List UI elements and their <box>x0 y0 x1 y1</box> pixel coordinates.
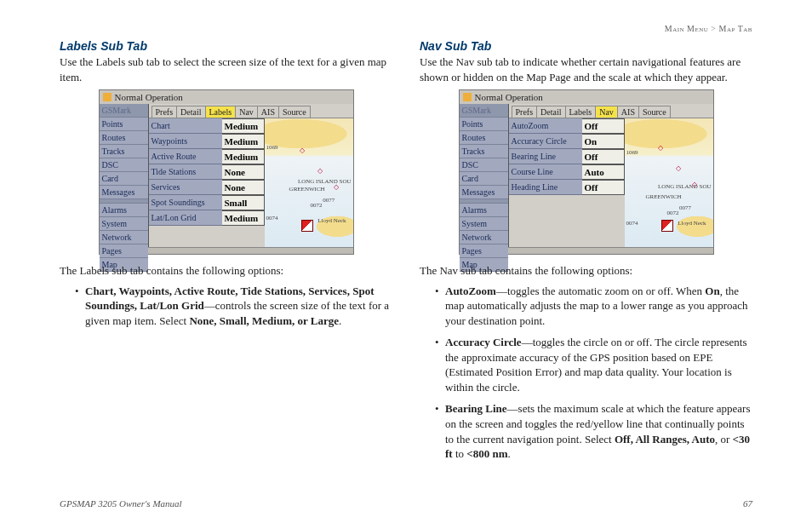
row-label[interactable]: Bearing Line <box>509 149 582 164</box>
sidebar-item[interactable]: Card <box>100 172 148 186</box>
sidebar-item[interactable]: Points <box>100 118 148 131</box>
sidebar-item[interactable]: Card <box>460 172 508 186</box>
sidebar-item[interactable]: Alarms <box>460 204 508 217</box>
tab-nav[interactable]: Nav <box>595 106 618 118</box>
left-column: Labels Sub Tab Use the Labels sub tab to… <box>60 39 392 469</box>
row-value[interactable]: Off <box>582 118 625 134</box>
sidebar-item[interactable]: System <box>100 217 148 231</box>
map-label-sound: LONG ISLAND SOU <box>298 178 352 185</box>
row-value[interactable]: Off <box>582 180 625 195</box>
sidebar-item[interactable]: Alarms <box>100 204 148 217</box>
row-label[interactable]: Tide Stations <box>149 164 222 179</box>
sidebar-item[interactable]: Points <box>460 118 508 131</box>
page-number: 67 <box>743 498 752 509</box>
map-preview: LONG ISLAND SOU GREENWICH Lloyd Neck 106… <box>625 118 713 247</box>
tab-prefs[interactable]: Prefs <box>152 106 178 118</box>
sidebar-item[interactable]: Routes <box>100 131 148 145</box>
tab-detail[interactable]: Detail <box>536 106 565 118</box>
flag-icon <box>301 220 313 232</box>
row-label[interactable]: Course Line <box>509 164 582 179</box>
row-value[interactable]: None <box>222 164 265 180</box>
map-label-sound: LONG ISLAND SOU <box>658 183 712 190</box>
row-label[interactable]: Waypoints <box>149 134 222 148</box>
sidebar-item[interactable]: Routes <box>460 131 508 145</box>
fig-main: Prefs Detail Labels Nav AIS Source AutoZ… <box>509 104 713 247</box>
nav-figure: Normal Operation GSMark Points Routes Tr… <box>459 89 714 255</box>
tab-nav[interactable]: Nav <box>235 106 258 118</box>
list-item: AutoZoom—toggles the automatic zoom on o… <box>435 284 752 329</box>
row-value[interactable]: Medium <box>222 118 265 134</box>
sidebar-item[interactable]: Pages <box>100 244 148 258</box>
sidebar-item[interactable]: DSC <box>460 158 508 172</box>
waypoint-icon: ◇ <box>334 183 339 191</box>
tab-detail[interactable]: Detail <box>176 106 205 118</box>
option-name: AutoZoom <box>445 285 496 297</box>
sidebar-item[interactable]: Pages <box>460 244 508 258</box>
map-num: 0074 <box>266 215 278 221</box>
tab-labels[interactable]: Labels <box>565 106 597 118</box>
row-label[interactable]: Chart <box>149 118 222 133</box>
sidebar-item[interactable]: DSC <box>100 158 148 172</box>
sidebar-item[interactable]: Messages <box>460 186 508 199</box>
option-end: . <box>339 314 341 327</box>
breadcrumb: Main Menu > Map Tab <box>665 24 752 33</box>
sidebar-item[interactable]: GSMark <box>460 104 508 118</box>
row-label[interactable]: Spot Soundings <box>149 195 222 210</box>
sidebar-item[interactable]: Tracks <box>100 145 148 158</box>
map-num: 0074 <box>626 220 638 227</box>
map-num: 1069 <box>266 144 278 151</box>
map-preview: LONG ISLAND SOU GREENWICH Lloyd Neck 106… <box>265 118 353 247</box>
tab-source[interactable]: Source <box>638 106 671 118</box>
sidebar-item[interactable]: GSMark <box>100 104 148 118</box>
option-values: None, Small, Medium, or Large <box>189 314 339 327</box>
row-label[interactable]: Accuracy Circle <box>509 134 582 148</box>
map-num: 0077 <box>679 204 691 211</box>
waypoint-icon: ◇ <box>692 181 697 188</box>
fig-tabs: Prefs Detail Labels Nav AIS Source <box>509 104 713 118</box>
row-value[interactable]: Medium <box>222 210 265 226</box>
labels-caption: The Labels sub tab contains the followin… <box>60 263 392 279</box>
nav-intro: Use the Nav sub tab to indicate whether … <box>420 55 752 84</box>
list-item: Accuracy Circle—toggles the circle on or… <box>435 335 752 394</box>
row-value[interactable]: Medium <box>222 149 265 164</box>
tab-labels[interactable]: Labels <box>205 106 237 118</box>
breadcrumb-page: Map Tab <box>719 24 753 33</box>
row-value[interactable]: Medium <box>222 134 265 149</box>
fig-tabs: Prefs Detail Labels Nav AIS Source <box>149 104 353 118</box>
row-label[interactable]: Active Route <box>149 149 222 164</box>
sidebar-item[interactable]: Messages <box>100 186 148 199</box>
tab-ais[interactable]: AIS <box>617 106 639 118</box>
waypoint-icon: ◇ <box>658 144 663 152</box>
sidebar-item[interactable]: Tracks <box>460 145 508 158</box>
map-label-lloyd: Lloyd Neck <box>678 220 706 227</box>
waypoint-icon: ◇ <box>317 167 323 175</box>
sidebar-item[interactable]: System <box>460 217 508 231</box>
row-label[interactable]: Lat/Lon Grid <box>149 210 222 225</box>
right-column: Nav Sub Tab Use the Nav sub tab to indic… <box>420 39 752 469</box>
nav-caption: The Nav sub tab contains the following o… <box>420 263 752 279</box>
row-label[interactable]: Heading Line <box>509 180 582 194</box>
mode-icon <box>463 93 472 101</box>
row-label[interactable]: Services <box>149 180 222 194</box>
row-value[interactable]: Off <box>582 149 625 164</box>
tab-source[interactable]: Source <box>278 106 311 118</box>
map-num: 0072 <box>311 202 323 209</box>
fig-content: ChartMedium WaypointsMedium Active Route… <box>149 118 353 247</box>
map-num: 1069 <box>626 149 638 156</box>
fig-content: AutoZoomOff Accuracy CircleOn Bearing Li… <box>509 118 713 247</box>
tab-prefs[interactable]: Prefs <box>512 106 538 118</box>
sidebar-item[interactable]: Network <box>460 231 508 244</box>
page-footer: GPSMAP 3205 Owner's Manual 67 <box>60 498 752 509</box>
row-label[interactable]: AutoZoom <box>509 118 582 133</box>
fig-titlebar: Normal Operation <box>100 90 353 104</box>
row-value[interactable]: Small <box>222 195 265 210</box>
labels-figure: Normal Operation GSMark Points Routes Tr… <box>99 89 354 255</box>
row-value[interactable]: None <box>222 180 265 195</box>
row-value[interactable]: On <box>582 134 625 149</box>
sidebar-item[interactable]: Network <box>100 231 148 244</box>
fig-body: GSMark Points Routes Tracks DSC Card Mes… <box>100 104 353 247</box>
breadcrumb-sep: > <box>711 24 716 33</box>
mode-icon <box>103 93 112 101</box>
row-value[interactable]: Auto <box>582 164 625 180</box>
tab-ais[interactable]: AIS <box>257 106 279 118</box>
